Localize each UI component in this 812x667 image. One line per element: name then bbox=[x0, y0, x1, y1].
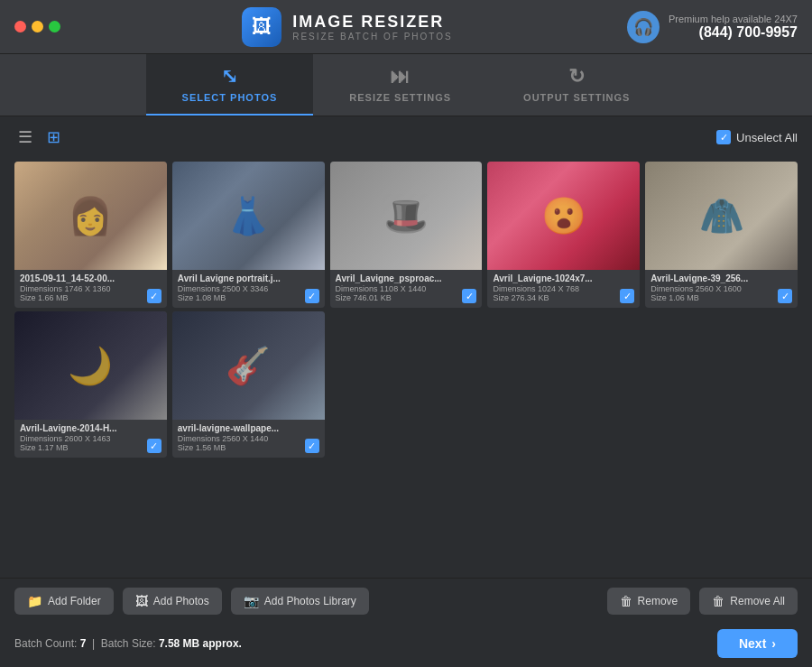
tab-resize-settings[interactable]: ⏭ RESIZE SETTINGS bbox=[313, 54, 487, 116]
add-photos-button[interactable]: 🖼 Add Photos bbox=[123, 588, 222, 615]
add-photos-library-button[interactable]: 📷 Add Photos Library bbox=[231, 588, 369, 615]
bottom-bar: 📁 Add Folder 🖼 Add Photos 📷 Add Photos L… bbox=[0, 578, 812, 667]
photos-icon: 🖼 bbox=[135, 594, 148, 608]
view-toggles: ☰ ⊞ bbox=[14, 125, 64, 149]
title-bar: 🖼 IMAGE RESIZER RESIZE BATCH OF PHOTOS 🎧… bbox=[0, 0, 812, 54]
select-photos-icon: ⤡ bbox=[221, 65, 238, 88]
photo-thumb-5: 🌙 bbox=[14, 311, 167, 420]
photo-card-0[interactable]: 👩 2015-09-11_14-52-00... Dimensions 1746… bbox=[14, 162, 167, 308]
photo-card-6[interactable]: 🎸 avril-lavigne-wallpape... Dimensions 2… bbox=[172, 311, 325, 458]
photo-dims-2: Dimensions 1108 X 1440 bbox=[336, 284, 477, 293]
photo-name-2: Avril_Lavigne_psproac... bbox=[336, 273, 477, 283]
photo-info-1: Avril Lavigne portrait.j... Dimensions 2… bbox=[172, 270, 325, 308]
photo-name-1: Avril Lavigne portrait.j... bbox=[178, 273, 319, 283]
photo-checkbox-0[interactable]: ✓ bbox=[147, 289, 161, 303]
tab-bar: ⤡ SELECT PHOTOS ⏭ RESIZE SETTINGS ↻ OUTP… bbox=[0, 54, 812, 116]
photo-name-4: Avril-Lavigne-39_256... bbox=[651, 273, 792, 283]
add-folder-button[interactable]: 📁 Add Folder bbox=[14, 588, 114, 615]
headset-icon: 🎧 bbox=[627, 11, 660, 43]
remove-label: Remove bbox=[638, 595, 678, 607]
unselect-all-checkbox[interactable]: ✓ bbox=[716, 130, 731, 144]
photo-info-2: Avril_Lavigne_psproac... Dimensions 1108… bbox=[330, 270, 483, 308]
photo-checkbox-5[interactable]: ✓ bbox=[147, 439, 161, 453]
tab-output-settings-label: OUTPUT SETTINGS bbox=[523, 92, 630, 103]
app-subtitle: RESIZE BATCH OF PHOTOS bbox=[292, 32, 453, 42]
photo-checkbox-2[interactable]: ✓ bbox=[462, 289, 476, 303]
tab-resize-settings-label: RESIZE SETTINGS bbox=[349, 92, 451, 103]
photo-dims-1: Dimensions 2500 X 3346 bbox=[178, 284, 319, 293]
add-folder-label: Add Folder bbox=[48, 595, 101, 607]
photo-size-6: Size 1.56 MB bbox=[178, 443, 319, 452]
app-title-block: IMAGE RESIZER RESIZE BATCH OF PHOTOS bbox=[292, 13, 453, 42]
photo-grid-row2: 🌙 Avril-Lavigne-2014-H... Dimensions 260… bbox=[0, 311, 812, 463]
next-button[interactable]: Next › bbox=[717, 629, 798, 658]
photo-checkbox-4[interactable]: ✓ bbox=[778, 289, 792, 303]
app-branding: 🖼 IMAGE RESIZER RESIZE BATCH OF PHOTOS bbox=[242, 7, 453, 47]
action-bar: 📁 Add Folder 🖼 Add Photos 📷 Add Photos L… bbox=[0, 579, 812, 624]
photo-dims-5: Dimensions 2600 X 1463 bbox=[20, 434, 161, 443]
photo-name-3: Avril_Lavigne-1024x7... bbox=[493, 273, 634, 283]
photo-card-3[interactable]: 😮 Avril_Lavigne-1024x7... Dimensions 102… bbox=[487, 162, 640, 308]
photo-size-0: Size 1.66 MB bbox=[20, 293, 161, 302]
photo-info-6: avril-lavigne-wallpape... Dimensions 256… bbox=[172, 420, 325, 458]
list-view-button[interactable]: ☰ bbox=[14, 125, 36, 149]
minimize-button[interactable] bbox=[32, 21, 43, 32]
photo-info-3: Avril_Lavigne-1024x7... Dimensions 1024 … bbox=[487, 270, 640, 308]
photo-thumb-3: 😮 bbox=[487, 162, 640, 270]
photo-size-2: Size 746.01 KB bbox=[336, 293, 477, 302]
photo-thumb-6: 🎸 bbox=[172, 311, 325, 420]
photo-dims-3: Dimensions 1024 X 768 bbox=[493, 284, 634, 293]
photo-card-5[interactable]: 🌙 Avril-Lavigne-2014-H... Dimensions 260… bbox=[14, 311, 167, 458]
photo-dims-6: Dimensions 2560 X 1440 bbox=[178, 434, 319, 443]
close-button[interactable] bbox=[14, 21, 26, 32]
maximize-button[interactable] bbox=[49, 21, 60, 32]
title-bar-left bbox=[14, 21, 68, 32]
unselect-all-button[interactable]: ✓ Unselect All bbox=[716, 130, 798, 144]
photo-info-5: Avril-Lavigne-2014-H... Dimensions 2600 … bbox=[14, 420, 167, 458]
resize-settings-icon: ⏭ bbox=[390, 65, 411, 88]
trash-icon: 🗑 bbox=[620, 594, 632, 608]
status-text: Batch Count: 7 | Batch Size: 7.58 MB app… bbox=[14, 637, 242, 650]
photo-thumb-2: 🎩 bbox=[330, 162, 483, 270]
app-icon: 🖼 bbox=[242, 7, 281, 47]
left-actions: 📁 Add Folder 🖼 Add Photos 📷 Add Photos L… bbox=[14, 588, 369, 615]
remove-button[interactable]: 🗑 Remove bbox=[607, 588, 691, 615]
photo-info-4: Avril-Lavigne-39_256... Dimensions 2560 … bbox=[645, 270, 798, 308]
photo-checkbox-6[interactable]: ✓ bbox=[305, 439, 319, 453]
support-block: 🎧 Premium help available 24X7 (844) 700-… bbox=[627, 11, 798, 43]
support-label: Premium help available 24X7 bbox=[669, 14, 798, 24]
toolbar: ☰ ⊞ ✓ Unselect All bbox=[0, 116, 812, 158]
photo-thumb-1: 👗 bbox=[172, 162, 325, 270]
remove-all-button[interactable]: 🗑 Remove All bbox=[699, 588, 798, 615]
output-settings-icon: ↻ bbox=[568, 65, 586, 88]
photo-size-4: Size 1.06 MB bbox=[651, 293, 792, 302]
folder-icon: 📁 bbox=[27, 594, 42, 608]
photo-name-0: 2015-09-11_14-52-00... bbox=[20, 273, 161, 283]
tab-select-photos-label: SELECT PHOTOS bbox=[182, 92, 278, 103]
photo-card-1[interactable]: 👗 Avril Lavigne portrait.j... Dimensions… bbox=[172, 162, 325, 308]
photo-thumb-0: 👩 bbox=[14, 162, 167, 270]
photo-grid-row1: 👩 2015-09-11_14-52-00... Dimensions 1746… bbox=[0, 158, 812, 311]
next-label: Next bbox=[739, 636, 766, 651]
photo-size-3: Size 276.34 KB bbox=[493, 293, 634, 302]
photo-checkbox-3[interactable]: ✓ bbox=[620, 289, 634, 303]
photo-checkbox-1[interactable]: ✓ bbox=[305, 289, 319, 303]
app-title: IMAGE RESIZER bbox=[292, 13, 453, 32]
photos-library-icon: 📷 bbox=[244, 594, 259, 608]
photo-thumb-4: 🧥 bbox=[645, 162, 798, 270]
tab-output-settings[interactable]: ↻ OUTPUT SETTINGS bbox=[487, 54, 666, 116]
unselect-all-label: Unselect All bbox=[736, 131, 798, 144]
tab-select-photos[interactable]: ⤡ SELECT PHOTOS bbox=[146, 54, 314, 116]
next-arrow-icon: › bbox=[771, 636, 776, 651]
photo-name-5: Avril-Lavigne-2014-H... bbox=[20, 423, 161, 433]
support-text: Premium help available 24X7 (844) 700-99… bbox=[669, 14, 798, 41]
photo-card-2[interactable]: 🎩 Avril_Lavigne_psproac... Dimensions 11… bbox=[330, 162, 483, 308]
trash-all-icon: 🗑 bbox=[712, 594, 724, 608]
photo-size-5: Size 1.17 MB bbox=[20, 443, 161, 452]
photo-info-0: 2015-09-11_14-52-00... Dimensions 1746 X… bbox=[14, 270, 167, 308]
status-bar: Batch Count: 7 | Batch Size: 7.58 MB app… bbox=[0, 624, 812, 667]
photo-dims-0: Dimensions 1746 X 1360 bbox=[20, 284, 161, 293]
grid-view-button[interactable]: ⊞ bbox=[43, 125, 64, 149]
support-phone: (844) 700-9957 bbox=[669, 24, 798, 41]
photo-card-4[interactable]: 🧥 Avril-Lavigne-39_256... Dimensions 256… bbox=[645, 162, 798, 308]
